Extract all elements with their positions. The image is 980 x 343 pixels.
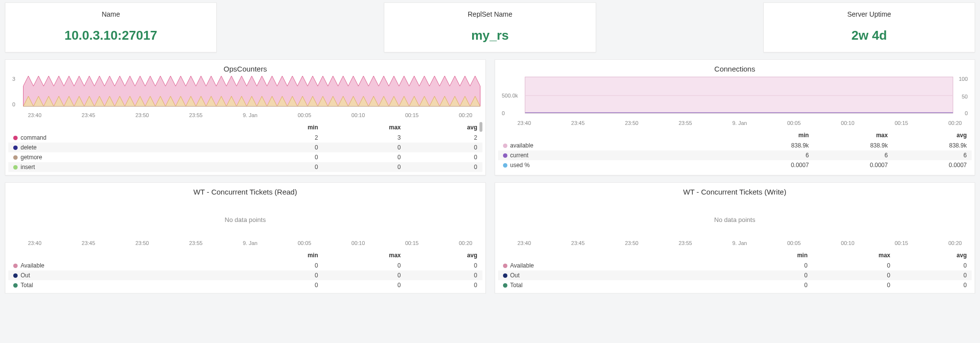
legend-avg: 0 [895, 261, 972, 270]
x-tick: 23:45 [82, 240, 96, 246]
opscounters-chart-svg [10, 76, 480, 110]
legend-row[interactable]: delete000 [8, 143, 482, 152]
legend-max: 0 [323, 270, 406, 280]
legend-row[interactable]: Out000 [498, 270, 972, 280]
x-tick: 00:15 [895, 240, 908, 246]
col-min: min [735, 250, 812, 261]
stat-panel-replset[interactable]: ReplSet Name my_rs [384, 2, 596, 52]
panel-opscounters[interactable]: OpsCounters 3 0 23:40 23:45 23:50 23:55 … [5, 59, 486, 175]
legend-min: 2 [245, 133, 323, 143]
col-avg: avg [893, 130, 972, 141]
legend-min: 0 [245, 162, 323, 172]
legend-row[interactable]: Available000 [8, 261, 482, 270]
x-tick: 23:40 [28, 112, 42, 118]
legend-avg: 0 [406, 152, 482, 162]
legend-table: min max avg Available000Out000Total000 [498, 250, 972, 290]
series-color-dot [503, 273, 507, 278]
stat-panel-name[interactable]: Name 10.0.3.10:27017 [5, 2, 217, 52]
col-avg: avg [406, 250, 482, 261]
legend-series-name: Total [8, 280, 245, 290]
stat-panel-uptime[interactable]: Server Uptime 2w 4d [763, 2, 975, 52]
legend-series-name: Out [498, 270, 735, 280]
stat-value: 10.0.3.10:27017 [5, 28, 216, 43]
col-min: min [245, 250, 323, 261]
legend-max: 0 [812, 280, 895, 290]
stat-value: my_rs [384, 28, 595, 43]
series-color-dot [503, 264, 507, 268]
legend-max: 0 [323, 162, 406, 172]
legend-table: min max avg available838.9k838.9k838.9kc… [498, 130, 972, 170]
x-tick: 23:50 [135, 240, 149, 246]
y-tick-right: 50 [962, 94, 968, 99]
legend-row[interactable]: insert000 [8, 162, 482, 172]
legend-row[interactable]: available838.9k838.9k838.9k [498, 141, 972, 150]
x-tick: 00:15 [405, 240, 419, 246]
legend-series-name: delete [8, 143, 245, 152]
y-tick-right: 0 [965, 110, 968, 116]
stat-value: 2w 4d [764, 28, 975, 43]
chart-plot-area[interactable]: 3 0 [10, 76, 480, 110]
legend-avg: 2 [406, 133, 482, 143]
y-tick: 0 [12, 101, 15, 107]
x-tick: 23:40 [28, 240, 42, 246]
panel-title: WT - Concurrent Tickets (Write) [498, 188, 972, 196]
y-tick: 500.0k [502, 93, 518, 98]
legend-min: 0 [245, 143, 323, 152]
legend-series-name: Available [8, 261, 245, 270]
panel-wt-read[interactable]: WT - Concurrent Tickets (Read) No data p… [5, 182, 486, 294]
col-max: max [323, 250, 406, 261]
panel-connections[interactable]: Connections 500.0k 0 100 50 0 23:40 23:4… [495, 59, 976, 175]
chart-plot-area[interactable]: No data points [500, 199, 970, 238]
legend-row[interactable]: current666 [498, 150, 972, 160]
chart-row-2: WT - Concurrent Tickets (Read) No data p… [0, 175, 980, 294]
legend-row[interactable]: getmore000 [8, 152, 482, 162]
legend-series-name: Out [8, 270, 245, 280]
legend-max: 0 [323, 143, 406, 152]
legend-avg: 6 [893, 150, 972, 160]
chart-plot-area[interactable]: 500.0k 0 100 50 0 [500, 76, 970, 118]
legend-row[interactable]: Out000 [8, 270, 482, 280]
y-tick: 3 [12, 76, 15, 82]
legend-avg: 0 [406, 270, 482, 280]
legend-max: 0 [323, 152, 406, 162]
x-tick: 23:40 [518, 240, 531, 246]
legend-table: min max avg Available000Out000Total000 [8, 250, 482, 290]
x-tick: 9. Jan [243, 112, 257, 118]
x-tick: 00:20 [948, 240, 962, 246]
legend-row[interactable]: used %0.00070.00070.0007 [498, 160, 972, 170]
legend-min: 0.0007 [735, 160, 814, 170]
x-tick: 23:55 [189, 112, 203, 118]
col-min: min [735, 130, 814, 141]
legend-row[interactable]: Total000 [8, 280, 482, 290]
legend-series-name: insert [8, 162, 245, 172]
x-axis: 23:40 23:45 23:50 23:55 9. Jan 00:05 00:… [498, 239, 972, 249]
x-tick: 23:45 [82, 112, 96, 118]
x-tick: 00:10 [352, 240, 365, 246]
x-tick: 00:10 [841, 240, 854, 246]
x-tick: 9. Jan [243, 240, 257, 246]
series-color-dot [13, 165, 18, 170]
legend-min: 838.9k [735, 141, 814, 150]
scrollbar-thumb[interactable] [479, 122, 482, 132]
x-tick: 00:15 [895, 120, 908, 126]
series-color-dot [13, 264, 18, 268]
chart-plot-area[interactable]: No data points [10, 199, 480, 238]
col-max: max [814, 130, 893, 141]
x-tick: 00:10 [841, 120, 854, 126]
x-tick: 9. Jan [732, 240, 747, 246]
x-tick: 00:20 [459, 240, 473, 246]
legend-series-name: getmore [8, 152, 245, 162]
legend-max: 0 [323, 261, 406, 270]
legend-row[interactable]: command232 [8, 133, 482, 143]
x-tick: 9. Jan [732, 120, 747, 126]
legend-row[interactable]: Available000 [498, 261, 972, 270]
x-tick: 00:10 [352, 112, 365, 118]
panel-wt-write[interactable]: WT - Concurrent Tickets (Write) No data … [495, 182, 976, 294]
legend-min: 0 [735, 261, 812, 270]
legend-row[interactable]: Total000 [498, 280, 972, 290]
y-tick-right: 100 [959, 76, 968, 82]
col-avg: avg [895, 250, 972, 261]
legend-min: 0 [245, 280, 323, 290]
top-stats-row: Name 10.0.3.10:27017 ReplSet Name my_rs … [0, 0, 980, 52]
x-tick: 23:50 [625, 240, 639, 246]
